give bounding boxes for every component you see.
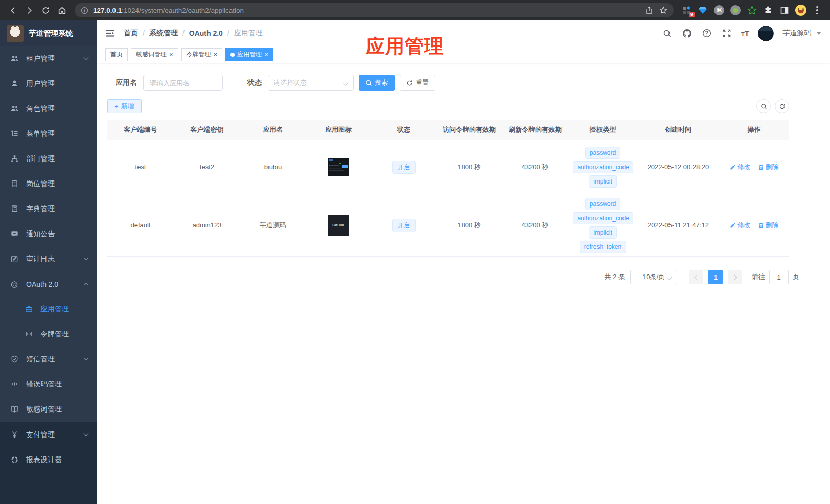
cell-app-icon [306,158,371,176]
grant-tag: authorization_code [573,161,633,173]
tab-home[interactable]: 首页 [105,48,128,61]
goto-page-input[interactable] [769,270,789,284]
extension-gem-icon[interactable] [695,3,710,18]
sidebar-item-errcode[interactable]: 错误码管理 [0,372,97,397]
search-icon[interactable] [661,28,673,39]
tab-label: 敏感词管理 [136,50,167,59]
toggle-search-button[interactable] [756,99,771,113]
sidebar-item-post[interactable]: 岗位管理 [0,171,97,196]
sidebar-item-oauth-token[interactable]: 令牌管理 [0,322,97,347]
tab-sensitive-word[interactable]: 敏感词管理 × [131,48,178,61]
app-icon-thumbnail [328,158,349,176]
cell-refresh-ttl: 43200 秒 [502,163,568,172]
sidebar-item-audit-log[interactable]: 审计日志 [0,246,97,271]
add-button[interactable]: + 新增 [107,99,142,113]
col-header-actions: 操作 [719,125,789,134]
username[interactable]: 芋道源码 [782,29,811,38]
fullscreen-icon[interactable] [721,28,732,39]
extension-grid-icon[interactable]: 9 [679,3,694,18]
close-icon[interactable]: × [169,51,173,58]
sidebar: 芋道管理系统 租户管理 用户管理 角色管理 菜单 [0,20,97,504]
sidebar-item-notice[interactable]: 通知公告 [0,221,97,246]
extension-record-icon[interactable] [728,3,743,18]
split-view-icon[interactable] [777,3,792,18]
page-number-button[interactable]: 1 [708,270,723,284]
share-icon[interactable] [642,4,656,17]
sidebar-item-tenant[interactable]: 租户管理 [0,46,97,71]
extensions-puzzle-icon[interactable] [760,3,776,18]
sidebar-item-label: 报表设计器 [26,455,62,465]
tab-label: 应用管理 [237,50,262,59]
browser-back-icon[interactable] [5,3,20,18]
sidebar-item-sms[interactable]: 短信管理 [0,347,97,372]
sidebar-item-sensitive-word[interactable]: 敏感词管理 [0,397,97,422]
address-bar[interactable]: 127.0.0.1:1024/system/oauth2/oauth2/appl… [75,3,674,17]
breadcrumb-home[interactable]: 首页 [124,29,138,38]
pencil-icon [730,222,736,228]
profile-avatar-icon[interactable] [793,3,809,18]
sidebar-collapse-icon[interactable] [104,28,116,39]
sidebar-item-pay[interactable]: 支付管理 [0,422,97,447]
chevron-down-icon [667,275,672,280]
page-content: 应用名 状态 请选择状态 搜索 重置 [97,63,830,504]
edit-link[interactable]: 修改 [730,163,751,172]
sidebar-item-menu[interactable]: 菜单管理 [0,121,97,146]
cell-created: 2022-05-12 00:28:20 [637,163,719,171]
status-badge: 开启 [392,219,416,232]
extension-star-icon[interactable] [744,3,759,18]
cell-app-icon: GitHub [306,215,371,236]
sidebar-item-label: 部门管理 [26,154,55,164]
site-info-icon[interactable] [81,7,88,14]
browser-reload-icon[interactable] [38,3,53,18]
grant-tag: password [585,198,620,210]
extension-command-icon[interactable]: ⌘ [711,3,727,18]
chevron-right-icon [732,274,737,280]
delete-link[interactable]: 删除 [758,163,779,172]
sidebar-item-role[interactable]: 角色管理 [0,96,97,121]
page-size-select[interactable]: 10条/页 [630,270,677,284]
sidebar-item-dept[interactable]: 部门管理 [0,146,97,171]
browser-forward-icon[interactable] [21,3,37,18]
url-text: 127.0.0.1:1024/system/oauth2/oauth2/appl… [93,7,642,14]
prev-page-button[interactable] [689,270,703,284]
close-icon[interactable]: × [214,51,218,58]
command-glyph: ⌘ [714,5,724,15]
font-size-icon[interactable]: TT [741,29,749,38]
user-menu-caret-icon[interactable] [817,32,821,35]
github-icon[interactable] [681,28,693,39]
app-icon-thumbnail: GitHub [328,215,349,236]
breadcrumb-system[interactable]: 系统管理 [149,29,178,38]
browser-menu-icon[interactable] [810,3,825,18]
sidebar-item-dict[interactable]: 字典管理 [0,196,97,221]
sidebar-item-label: 令牌管理 [40,330,69,339]
refresh-table-button[interactable] [775,99,789,113]
sidebar-item-report-designer[interactable]: 报表设计器 [0,447,97,472]
signal-icon [25,330,33,338]
bookmark-star-icon[interactable] [656,4,671,17]
close-icon[interactable]: × [264,51,268,58]
status-select[interactable]: 请选择状态 [268,75,354,91]
code-icon [10,380,18,388]
help-icon[interactable] [701,28,712,39]
delete-link[interactable]: 删除 [758,221,779,230]
reset-button[interactable]: 重置 [400,75,435,91]
browser-home-icon[interactable] [54,3,70,18]
goto-label: 前往 [752,272,765,282]
app-logo-bar[interactable]: 芋道管理系统 [0,20,97,46]
sidebar-item-user[interactable]: 用户管理 [0,71,97,96]
edit-link[interactable]: 修改 [730,221,751,230]
tab-token[interactable]: 令牌管理 × [181,48,223,61]
tab-application[interactable]: 应用管理 × [225,48,273,61]
breadcrumb-oauth[interactable]: OAuth 2.0 [189,29,223,37]
audit-log-icon [10,255,18,263]
app-name-input[interactable] [143,75,223,91]
top-navbar: 首页 / 系统管理 / OAuth 2.0 / 应用管理 [97,20,830,46]
user-avatar[interactable] [758,26,774,41]
search-button[interactable]: 搜索 [359,75,395,91]
col-header-created: 创建时间 [637,125,719,134]
sidebar-item-oauth[interactable]: OAuth 2.0 [0,271,97,296]
table-row: test test2 biubiu 开启 1800 秒 43200 秒 pass… [107,140,789,194]
sidebar-item-oauth-application[interactable]: 应用管理 [0,296,97,322]
next-page-button[interactable] [728,270,742,284]
table-toolbar: + 新增 [107,99,820,113]
